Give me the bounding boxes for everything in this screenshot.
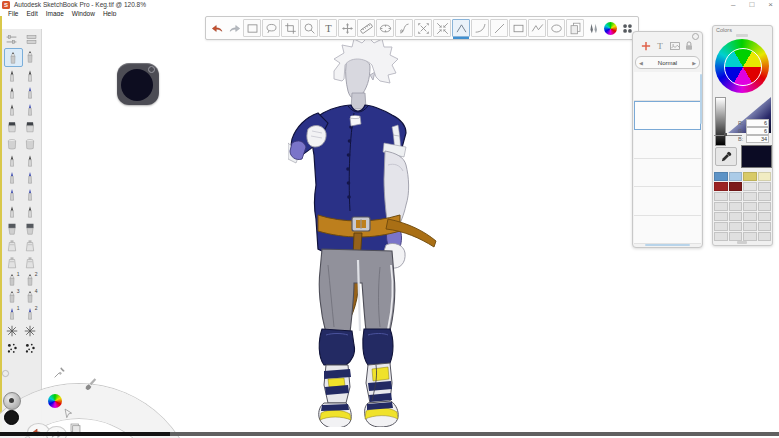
brush-ballpoint-2[interactable] (22, 67, 39, 84)
brush-custom-pencil-3[interactable]: 3 (4, 288, 21, 305)
brush-ink-pen[interactable] (4, 84, 21, 101)
brush-speckle[interactable] (4, 339, 21, 356)
brush-custom-pen-1[interactable]: 1 (4, 305, 21, 322)
swatch-18[interactable] (729, 212, 743, 221)
r-value[interactable]: 6 (746, 119, 769, 127)
swatch-10[interactable] (729, 192, 743, 201)
brush-paint-brush-3[interactable] (4, 186, 21, 203)
tool-transform-scale[interactable] (414, 19, 432, 37)
brush-paint-brush[interactable] (4, 169, 21, 186)
minimize-button[interactable]: – (731, 0, 735, 9)
brush-settings-button[interactable] (4, 32, 19, 46)
tool-transform-shrink[interactable] (433, 19, 451, 37)
brush-spray-2[interactable] (22, 254, 39, 271)
close-button[interactable]: × (768, 0, 773, 9)
tool-undo[interactable] (209, 20, 225, 36)
tool-draw-style[interactable] (452, 19, 470, 37)
swatch-22[interactable] (729, 222, 743, 231)
brush-custom-pen-2[interactable]: 2 (22, 305, 39, 322)
brush-paint-brush-2[interactable] (22, 169, 39, 186)
swatch-25[interactable] (714, 232, 728, 241)
current-color-swatch[interactable] (741, 145, 772, 168)
brush-spray[interactable] (4, 254, 21, 271)
brush-flat-marker[interactable] (4, 220, 21, 237)
swatch-26[interactable] (729, 232, 743, 241)
brush-eraser-hard[interactable] (4, 118, 21, 135)
layer-row-skin[interactable] (634, 130, 701, 159)
taskbar-strip-dark[interactable] (0, 432, 170, 436)
brush-flat-marker-2[interactable] (22, 220, 39, 237)
grayscale-slider[interactable] (715, 97, 726, 146)
brush-marker-pen[interactable] (4, 101, 21, 118)
brush-technical-pen-2[interactable] (22, 152, 39, 169)
swatch-14[interactable] (729, 202, 743, 211)
text-layer-button[interactable]: T (654, 39, 667, 52)
brush-technical-pen[interactable] (4, 152, 21, 169)
blend-mode-selector[interactable]: ◀ Normal ▶ (635, 56, 700, 69)
brush-splatter[interactable] (4, 322, 21, 339)
color-wheel[interactable] (715, 39, 769, 93)
layer-row-belt[interactable] (634, 159, 701, 188)
tool-draw-line[interactable] (490, 19, 508, 37)
colors-panel-handle[interactable] (736, 34, 748, 37)
brush-ink-pen-2[interactable] (22, 84, 39, 101)
tool-marquee-select[interactable] (243, 19, 261, 37)
swatch-5[interactable] (714, 182, 728, 191)
eyedropper-button[interactable] (715, 147, 737, 166)
lagoon-ring[interactable] (1, 369, 10, 378)
tool-draw-arc[interactable] (471, 19, 489, 37)
brush-speckle-2[interactable] (22, 339, 39, 356)
layer-row-buttons[interactable] (634, 216, 701, 245)
brush-fine-pen[interactable] (4, 203, 21, 220)
lagoon-color-puck[interactable] (4, 410, 19, 425)
swatch-1[interactable] (714, 172, 728, 181)
swatch-2[interactable] (729, 172, 743, 181)
lagoon-cursor[interactable] (63, 408, 74, 419)
swatch-20[interactable] (758, 212, 772, 221)
swatch-27[interactable] (743, 232, 757, 241)
brush-pencil-hard[interactable] (22, 48, 39, 65)
lagoon-tools[interactable] (53, 366, 66, 379)
swatch-21[interactable] (714, 222, 728, 231)
b-value[interactable]: 34 (746, 135, 769, 143)
brush-pencil[interactable] (4, 48, 23, 67)
colors-bottom-handle[interactable] (737, 241, 747, 244)
lagoon-brush-puck[interactable] (3, 392, 21, 410)
swatch-23[interactable] (743, 222, 757, 231)
layer-row-vest-outline[interactable] (634, 187, 701, 216)
tool-ruler[interactable] (357, 19, 375, 37)
brush-airbrush-pen[interactable] (22, 101, 39, 118)
swatch-15[interactable] (743, 202, 757, 211)
brush-fill-bucket-2[interactable] (22, 135, 39, 152)
tool-redo[interactable] (226, 20, 242, 36)
value-slider-handle[interactable] (724, 133, 727, 136)
tool-french-curve[interactable] (395, 19, 413, 37)
swatch-7[interactable] (743, 182, 757, 191)
swatch-13[interactable] (714, 202, 728, 211)
lagoon-brush[interactable] (84, 377, 97, 390)
swatch-17[interactable] (714, 212, 728, 221)
tool-ellipse-guide[interactable] (376, 19, 394, 37)
tool-color-editor[interactable] (602, 20, 618, 36)
brush-custom-pencil-2[interactable]: 2 (22, 271, 39, 288)
add-layer-button[interactable] (639, 39, 652, 52)
swatch-3[interactable] (743, 172, 757, 181)
g-value[interactable]: 6 (746, 127, 769, 135)
brush-eraser-soft[interactable] (22, 118, 39, 135)
blend-next-arrow[interactable]: ▶ (692, 60, 696, 66)
layers-hscrollbar[interactable] (645, 244, 690, 247)
tool-copy-paste[interactable] (566, 19, 584, 37)
brush-library-button[interactable] (24, 32, 39, 46)
lagoon-color-wheel[interactable] (48, 394, 62, 408)
tool-draw-polyline[interactable] (528, 19, 546, 37)
tool-lasso-select[interactable] (262, 19, 280, 37)
swatch-6[interactable] (729, 182, 743, 191)
swatch-12[interactable] (758, 192, 772, 201)
tool-brush-palette[interactable] (585, 20, 601, 36)
layer-row-hair[interactable] (634, 101, 701, 131)
layers-vscrollbar[interactable] (700, 74, 703, 124)
lock-layer-button[interactable] (683, 39, 696, 52)
tool-draw-rectangle[interactable] (509, 19, 527, 37)
brush-fine-pen-2[interactable] (22, 203, 39, 220)
swatch-24[interactable] (758, 222, 772, 231)
